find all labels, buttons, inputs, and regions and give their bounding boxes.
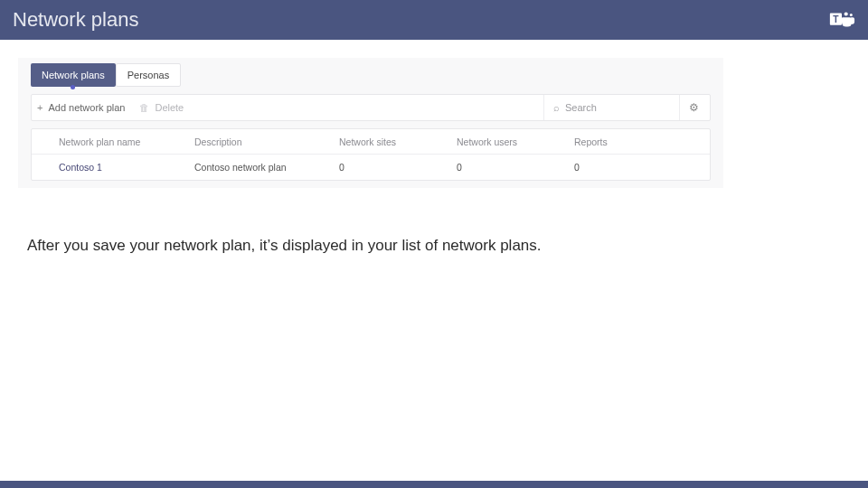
tab-label: Network plans	[42, 70, 105, 80]
add-label: Add network plan	[48, 102, 125, 113]
svg-point-3	[850, 14, 853, 16]
active-indicator-dot	[71, 85, 75, 89]
gear-icon: ⚙	[689, 101, 699, 114]
plus-icon: +	[37, 103, 42, 113]
col-name: Network plan name	[59, 136, 194, 147]
tab-personas[interactable]: Personas	[116, 63, 181, 87]
tab-label: Personas	[127, 70, 169, 80]
tab-network-plans[interactable]: Network plans	[31, 63, 116, 87]
slide-caption: After you save your network plan, it’s d…	[27, 237, 868, 255]
cell-users: 0	[457, 162, 574, 173]
search-placeholder: Search	[565, 102, 597, 113]
search-icon: ⌕	[553, 102, 560, 113]
settings-button[interactable]: ⚙	[679, 95, 704, 120]
teams-logo: T	[828, 6, 855, 33]
add-network-plan-button[interactable]: + Add network plan	[37, 102, 125, 113]
toolbar-left: + Add network plan 🗑 Delete	[37, 102, 543, 113]
cell-sites: 0	[339, 162, 457, 173]
table-header-row: Network plan name Description Network si…	[32, 129, 710, 155]
cell-name[interactable]: Contoso 1	[59, 162, 194, 173]
svg-text:T: T	[833, 14, 839, 24]
cell-description: Contoso network plan	[194, 162, 339, 173]
trash-icon: 🗑	[139, 103, 149, 113]
tabs-row: Network plans Personas	[25, 63, 716, 87]
toolbar: + Add network plan 🗑 Delete ⌕ Search ⚙	[31, 94, 711, 121]
col-sites: Network sites	[339, 136, 457, 147]
slide-header: Network plans T	[0, 0, 868, 40]
teams-icon: T	[828, 6, 855, 33]
delete-button[interactable]: 🗑 Delete	[139, 102, 184, 113]
table-row[interactable]: Contoso 1 Contoso network plan 0 0 0	[32, 155, 710, 180]
network-plans-table: Network plan name Description Network si…	[31, 128, 711, 181]
screenshot-panel: Network plans Personas + Add network pla…	[18, 58, 723, 188]
col-description: Description	[194, 136, 339, 147]
cell-reports: 0	[574, 162, 692, 173]
col-users: Network users	[457, 136, 574, 147]
delete-label: Delete	[155, 102, 184, 113]
search-input[interactable]: ⌕ Search	[543, 95, 679, 120]
svg-point-2	[844, 12, 848, 15]
col-reports: Reports	[574, 136, 692, 147]
footer-stripe	[0, 481, 868, 488]
page-title: Network plans	[13, 8, 138, 32]
